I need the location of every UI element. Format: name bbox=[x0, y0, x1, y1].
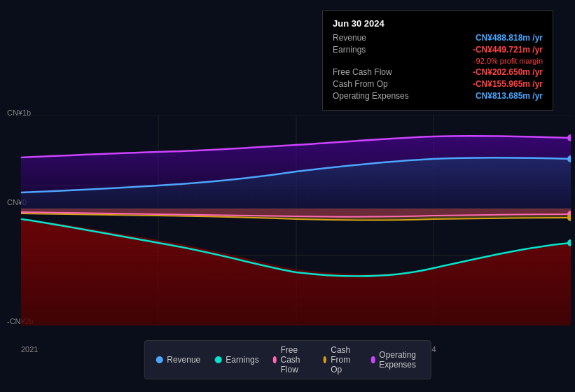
legend-label-revenue: Revenue bbox=[167, 355, 200, 365]
legend-operating-expenses[interactable]: Operating Expenses bbox=[371, 345, 420, 374]
tooltip-earnings-value: -CN¥449.721m /yr bbox=[473, 45, 543, 55]
tooltip-date: Jun 30 2024 bbox=[333, 18, 543, 29]
tooltip-revenue-row: Revenue CN¥488.818m /yr bbox=[333, 33, 543, 43]
legend-label-opex: Operating Expenses bbox=[379, 350, 419, 370]
legend-free-cash-flow[interactable]: Free Cash Flow bbox=[273, 345, 310, 374]
tooltip-box: Jun 30 2024 Revenue CN¥488.818m /yr Earn… bbox=[322, 10, 553, 111]
tooltip-profit-margin: -92.0% profit margin bbox=[333, 57, 543, 65]
legend-label-cashop: Cash From Op bbox=[331, 345, 357, 374]
tooltip-opex-value: CN¥813.685m /yr bbox=[476, 91, 543, 101]
tooltip-fcf-value: -CN¥202.650m /yr bbox=[473, 67, 543, 77]
tooltip-fcf-label: Free Cash Flow bbox=[333, 67, 392, 77]
tooltip-cashop-label: Cash From Op bbox=[333, 79, 388, 89]
legend-dot-earnings bbox=[214, 356, 221, 363]
tooltip-revenue-value: CN¥488.818m /yr bbox=[476, 33, 543, 43]
x-label-2021: 2021 bbox=[21, 345, 38, 354]
tooltip-opex-row: Operating Expenses CN¥813.685m /yr bbox=[333, 91, 543, 101]
tooltip-revenue-label: Revenue bbox=[333, 33, 366, 43]
legend: Revenue Earnings Free Cash Flow Cash Fro… bbox=[144, 340, 431, 379]
tooltip-cashop-row: Cash From Op -CN¥155.965m /yr bbox=[333, 79, 543, 89]
tooltip-earnings-label: Earnings bbox=[333, 45, 366, 55]
legend-revenue[interactable]: Revenue bbox=[155, 345, 200, 374]
legend-cash-from-op[interactable]: Cash From Op bbox=[323, 345, 357, 374]
main-chart bbox=[21, 115, 571, 326]
legend-label-earnings: Earnings bbox=[226, 355, 258, 365]
x-label-end: end bbox=[552, 345, 564, 354]
legend-dot-cashop bbox=[323, 356, 326, 363]
legend-dot-opex bbox=[371, 356, 375, 363]
legend-dot-fcf bbox=[273, 356, 277, 363]
tooltip-earnings-row: Earnings -CN¥449.721m /yr bbox=[333, 45, 543, 55]
legend-label-fcf: Free Cash Flow bbox=[281, 345, 310, 374]
legend-dot-revenue bbox=[155, 356, 162, 363]
chart-container: Jun 30 2024 Revenue CN¥488.818m /yr Earn… bbox=[0, 0, 575, 392]
tooltip-fcf-row: Free Cash Flow -CN¥202.650m /yr bbox=[333, 67, 543, 77]
tooltip-opex-label: Operating Expenses bbox=[333, 91, 409, 101]
tooltip-cashop-value: -CN¥155.965m /yr bbox=[473, 79, 543, 89]
legend-earnings[interactable]: Earnings bbox=[214, 345, 258, 374]
